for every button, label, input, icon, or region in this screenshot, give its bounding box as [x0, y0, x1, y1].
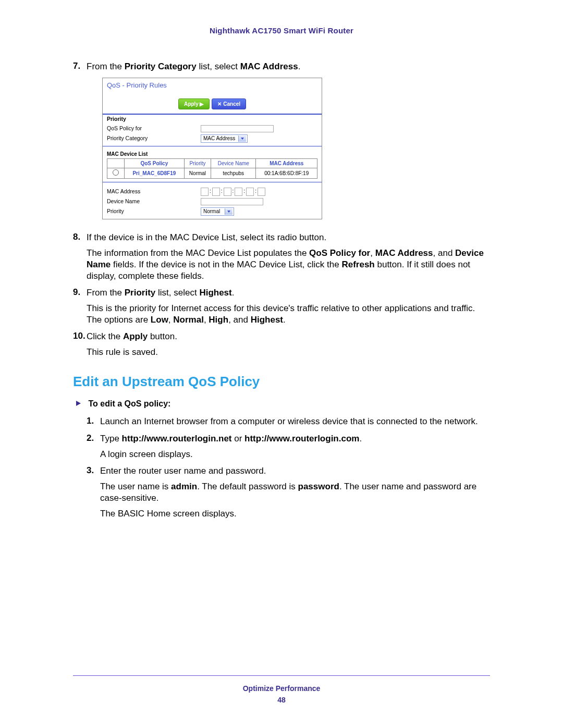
field-label: Priority Category: [107, 135, 201, 142]
mac-segment-input[interactable]: [212, 188, 220, 196]
chevron-right-icon: [76, 401, 81, 406]
step-continuation: The user name is admin. The default pass…: [100, 481, 488, 504]
step-item: 7.From the Priority Category list, selec…: [73, 61, 490, 227]
step-continuation: This is the priority for Internet access…: [87, 303, 488, 326]
step-item: 2.Type http://www.routerlogin.net or htt…: [87, 433, 490, 460]
step-continuation: The BASIC Home screen displays.: [100, 508, 488, 520]
priority-select[interactable]: Normal: [201, 207, 234, 216]
footer-text: Optimize Performance: [0, 684, 563, 693]
step-number: 1.: [87, 416, 100, 426]
table-header: MAC Address: [256, 158, 317, 168]
step-item: 3.Enter the router user name and passwor…: [87, 465, 490, 520]
step-continuation: The information from the MAC Device List…: [87, 248, 488, 282]
step-body: Type http://www.routerlogin.net or http:…: [100, 433, 488, 460]
field-label: QoS Policy for: [107, 125, 201, 132]
section-heading: Edit an Upstream QoS Policy: [73, 374, 490, 390]
qos-policy-for-input[interactable]: [201, 125, 274, 132]
field-row: Priority CategoryMAC Address: [103, 133, 322, 144]
footer-rule: [73, 675, 490, 676]
table-header: [107, 158, 125, 168]
page-footer: Optimize Performance 48: [0, 675, 563, 704]
task-title: To edit a QoS policy:: [88, 399, 170, 408]
cancel-button[interactable]: ✕ Cancel: [212, 98, 246, 109]
chevron-down-icon: [225, 208, 232, 215]
step-body: Click the Apply button.This rule is save…: [87, 331, 488, 358]
device-name-input[interactable]: [201, 198, 263, 205]
field-row: PriorityNormal: [103, 206, 322, 217]
mac-segment-input[interactable]: [246, 188, 254, 196]
step-number: 3.: [87, 465, 100, 476]
priority-category-select[interactable]: MAC Address: [201, 134, 248, 143]
mac-address-inputs[interactable]: :::::: [201, 188, 265, 196]
field-label: Device Name: [107, 198, 201, 205]
mac-segment-input[interactable]: [235, 188, 242, 196]
mac-device-table: QoS PolicyPriorityDevice NameMAC Address…: [107, 158, 317, 179]
task-heading: To edit a QoS policy:: [76, 399, 490, 409]
page-header: Nighthawk AC1750 Smart WiFi Router: [73, 26, 490, 35]
table-row: Pri_MAC_6D8F19Normaltechpubs00:1A:6B:6D:…: [107, 168, 317, 178]
page-number: 48: [0, 696, 563, 704]
field-label: Priority: [107, 116, 201, 123]
step-item: 9.From the Priority list, select Highest…: [73, 287, 490, 326]
step-number: 2.: [87, 433, 100, 443]
mac-segment-input[interactable]: [201, 188, 209, 196]
mac-device-list-heading: MAC Device List: [103, 146, 322, 158]
field-label: Priority: [107, 208, 201, 215]
table-header: Device Name: [211, 158, 256, 168]
step-number: 8.: [73, 232, 87, 242]
step-continuation: A login screen displays.: [100, 449, 488, 460]
chevron-down-icon: [238, 135, 246, 142]
panel-title: QoS - Priority Rules: [103, 78, 322, 97]
field-row: Device Name: [103, 197, 322, 206]
step-list-b: 1.Launch an Internet browser from a comp…: [87, 416, 490, 520]
step-continuation: This rule is saved.: [87, 347, 488, 358]
mac-segment-input[interactable]: [224, 188, 231, 196]
step-body: Launch an Internet browser from a comput…: [100, 416, 488, 427]
document-page: Nighthawk AC1750 Smart WiFi Router 7.Fro…: [0, 0, 563, 728]
step-body: If the device is in the MAC Device List,…: [87, 232, 488, 282]
step-body: Enter the router user name and password.…: [100, 465, 488, 520]
table-header: QoS Policy: [125, 158, 185, 168]
qos-screenshot: QoS - Priority RulesApply ▶✕ CancelPrior…: [102, 78, 322, 219]
step-number: 7.: [73, 61, 87, 71]
field-row: MAC Address:::::: [103, 187, 322, 197]
step-number: 9.: [73, 287, 87, 298]
step-list-a: 7.From the Priority Category list, selec…: [73, 61, 490, 358]
apply-button[interactable]: Apply ▶: [178, 98, 210, 109]
mac-segment-input[interactable]: [258, 188, 265, 196]
step-body: From the Priority list, select Highest.T…: [87, 287, 488, 326]
step-item: 1.Launch an Internet browser from a comp…: [87, 416, 490, 427]
row-radio[interactable]: [113, 169, 119, 176]
field-row: Priority: [103, 115, 322, 124]
field-label: MAC Address: [107, 188, 201, 195]
button-row: Apply ▶✕ Cancel: [103, 97, 322, 114]
step-item: 8.If the device is in the MAC Device Lis…: [73, 232, 490, 282]
table-header: Priority: [184, 158, 211, 168]
step-item: 10.Click the Apply button.This rule is s…: [73, 331, 490, 358]
step-body: From the Priority Category list, select …: [87, 61, 488, 227]
field-row: QoS Policy for: [103, 124, 322, 133]
step-number: 10.: [73, 331, 87, 341]
